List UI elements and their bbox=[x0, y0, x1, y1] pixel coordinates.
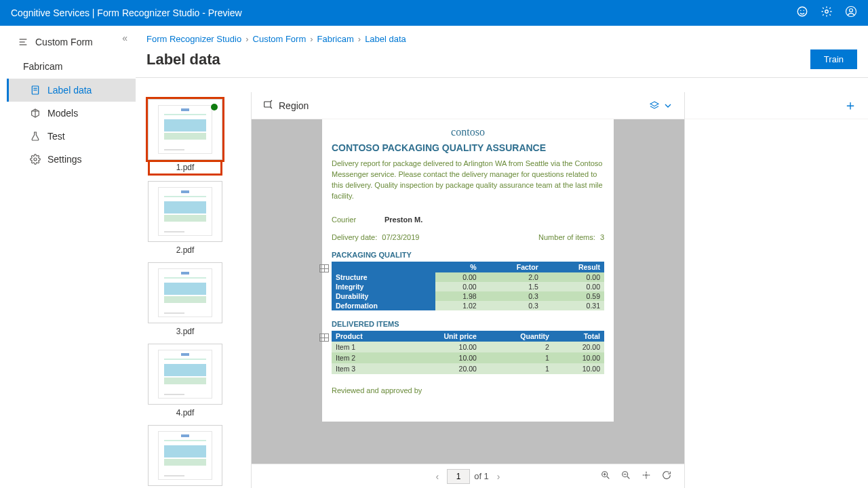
thumbnail-list[interactable]: 1.pdf 2.pdf 3.pdf 4.pdf 5.pdf bbox=[136, 92, 251, 488]
packaging-quality-table: %FactorResult Structure0.002.00.00 Integ… bbox=[332, 262, 604, 310]
pager: ‹ of 1 › bbox=[252, 464, 684, 488]
document-viewer[interactable]: contoso CONTOSO PACKAGING QUALITY ASSURA… bbox=[252, 119, 684, 464]
chevron-down-icon bbox=[663, 100, 673, 111]
doc-brand: contoso bbox=[332, 126, 604, 138]
delivered-items-table: ProductUnit priceQuantityTotal Item 110.… bbox=[332, 331, 604, 374]
nav-item-label-data[interactable]: Label data bbox=[7, 79, 136, 102]
zoom-out-icon[interactable] bbox=[620, 470, 631, 483]
crumb-2[interactable]: Fabricam bbox=[317, 34, 354, 44]
feedback-icon[interactable] bbox=[796, 5, 808, 20]
region-tool-label[interactable]: Region bbox=[279, 100, 309, 111]
table-marker-icon[interactable] bbox=[319, 333, 329, 342]
svg-point-21 bbox=[646, 474, 648, 476]
svg-point-3 bbox=[825, 10, 829, 14]
nav-root[interactable]: Custom Form bbox=[7, 30, 136, 54]
rotate-icon[interactable] bbox=[661, 470, 672, 483]
svg-point-2 bbox=[804, 10, 805, 12]
svg-point-5 bbox=[850, 9, 853, 12]
page-title: Label data bbox=[146, 51, 220, 68]
svg-point-12 bbox=[34, 158, 37, 161]
crumb-1[interactable]: Custom Form bbox=[253, 34, 307, 44]
train-button[interactable]: Train bbox=[810, 49, 857, 69]
zoom-in-icon[interactable] bbox=[600, 470, 611, 483]
thumbnail-item[interactable]: 1.pdf bbox=[148, 99, 222, 176]
add-field-button[interactable]: ＋ bbox=[844, 96, 857, 115]
app-title: Cognitive Services | Form Recognizer Stu… bbox=[11, 7, 242, 18]
nav-item-test[interactable]: Test bbox=[7, 125, 136, 148]
layers-dropdown[interactable] bbox=[649, 100, 673, 111]
breadcrumb: Form Recognizer Studio› Custom Form› Fab… bbox=[136, 26, 868, 49]
region-tool-icon[interactable] bbox=[262, 99, 273, 112]
thumbnail-item[interactable]: 2.pdf bbox=[148, 181, 222, 257]
prev-page-button[interactable]: ‹ bbox=[431, 471, 443, 482]
left-nav: « Custom Form Fabricam Label data Models… bbox=[0, 26, 136, 488]
document-page: contoso CONTOSO PACKAGING QUALITY ASSURA… bbox=[322, 119, 614, 422]
svg-rect-13 bbox=[264, 102, 271, 107]
nav-item-settings[interactable]: Settings bbox=[7, 148, 136, 171]
settings-icon[interactable] bbox=[821, 5, 833, 20]
nav-project[interactable]: Fabricam bbox=[7, 54, 136, 79]
crumb-3[interactable]: Label data bbox=[365, 34, 406, 44]
top-bar: Cognitive Services | Form Recognizer Stu… bbox=[0, 0, 868, 26]
doc-description: Delivery report for package delivered to… bbox=[332, 159, 604, 202]
thumbnail-item[interactable]: 3.pdf bbox=[148, 262, 222, 338]
labeled-dot-icon bbox=[211, 104, 218, 110]
svg-line-19 bbox=[627, 476, 629, 479]
nav-item-models[interactable]: Models bbox=[7, 102, 136, 125]
crumb-0[interactable]: Form Recognizer Studio bbox=[146, 34, 241, 44]
svg-point-0 bbox=[797, 7, 807, 16]
page-total: of 1 bbox=[474, 471, 489, 481]
collapse-nav-icon[interactable]: « bbox=[122, 33, 127, 43]
table-marker-icon[interactable] bbox=[319, 264, 329, 272]
doc-title: CONTOSO PACKAGING QUALITY ASSURANCE bbox=[332, 142, 604, 153]
doc-toolbar: Region bbox=[252, 92, 684, 119]
svg-point-1 bbox=[800, 10, 802, 12]
page-input[interactable] bbox=[447, 469, 470, 484]
nav-root-label: Custom Form bbox=[35, 37, 93, 47]
account-icon[interactable] bbox=[845, 5, 857, 20]
next-page-button[interactable]: › bbox=[493, 471, 505, 482]
thumbnail-item[interactable]: 4.pdf bbox=[148, 344, 222, 420]
fields-panel: ＋ bbox=[685, 92, 868, 488]
thumbnail-item[interactable]: 5.pdf bbox=[148, 425, 222, 488]
svg-line-15 bbox=[607, 476, 609, 479]
fit-icon[interactable] bbox=[641, 470, 652, 483]
